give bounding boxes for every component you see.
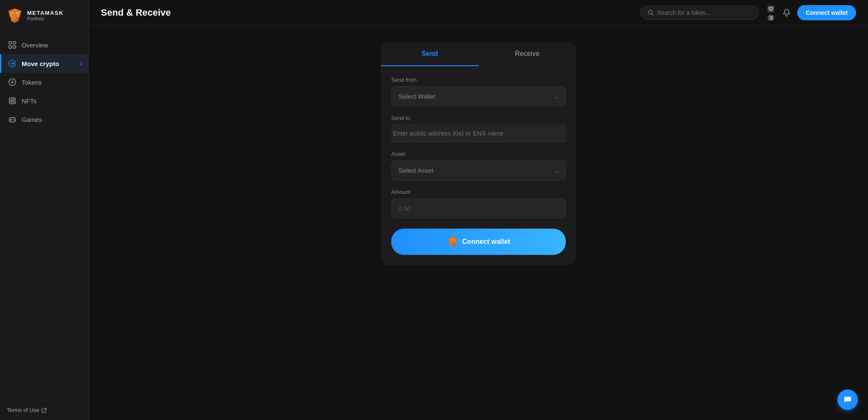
shield-badge-icon: 🛡 bbox=[766, 4, 776, 14]
chat-bubble[interactable] bbox=[837, 390, 858, 410]
svg-text:🛡: 🛡 bbox=[769, 7, 773, 11]
send-to-input[interactable] bbox=[391, 124, 566, 142]
search-icon bbox=[648, 9, 654, 16]
sidebar-item-overview[interactable]: Overview bbox=[0, 36, 89, 54]
fox-btn-icon bbox=[447, 236, 458, 247]
svg-rect-20 bbox=[13, 99, 14, 100]
terms-label: Terms of Use bbox=[7, 407, 39, 413]
svg-rect-22 bbox=[13, 101, 14, 102]
sidebar-nav: Overview Move crypto › Tokens bbox=[0, 31, 89, 400]
terms-link[interactable]: Terms of Use bbox=[7, 407, 82, 413]
sidebar-item-label-nfts: NFTs bbox=[22, 97, 36, 105]
badge-count: 3 bbox=[768, 15, 774, 21]
select-asset-dropdown[interactable]: Select Asset ⌵ bbox=[391, 160, 566, 180]
svg-point-24 bbox=[13, 119, 14, 120]
svg-rect-12 bbox=[9, 41, 11, 44]
amount-section: Amount bbox=[391, 189, 566, 218]
search-input[interactable] bbox=[657, 9, 752, 16]
asset-label: Asset bbox=[391, 151, 566, 157]
chat-icon bbox=[843, 395, 852, 404]
svg-point-8 bbox=[17, 13, 18, 15]
search-bar[interactable] bbox=[640, 6, 759, 20]
logo-text: METAMASK Portfolio bbox=[27, 10, 64, 21]
svg-point-35 bbox=[453, 240, 454, 241]
sidebar-footer: Terms of Use bbox=[0, 400, 89, 420]
svg-rect-15 bbox=[13, 46, 16, 48]
sidebar: METAMASK Portfolio Overview bbox=[0, 0, 89, 420]
games-icon bbox=[8, 115, 17, 124]
select-wallet-placeholder: Select Wallet bbox=[398, 93, 435, 100]
overview-icon bbox=[8, 41, 17, 49]
metamask-logo-icon bbox=[7, 8, 23, 24]
svg-point-36 bbox=[451, 240, 451, 241]
send-to-section: Send to bbox=[391, 115, 566, 142]
sidebar-item-tokens[interactable]: Tokens bbox=[0, 73, 89, 91]
asset-section: Asset Select Asset ⌵ bbox=[391, 151, 566, 180]
bell-icon[interactable] bbox=[782, 8, 791, 17]
tokens-icon bbox=[8, 78, 17, 86]
page-title: Send & Receive bbox=[101, 7, 171, 18]
sidebar-item-games[interactable]: Games bbox=[0, 110, 89, 129]
send-from-section: Send from Select Wallet ⌵ bbox=[391, 77, 566, 106]
send-receive-card: Send Receive Send from Select Wallet ⌵ S… bbox=[381, 42, 576, 265]
sidebar-item-move-crypto[interactable]: Move crypto › bbox=[0, 54, 89, 73]
connect-wallet-card-label: Connect wallet bbox=[462, 238, 510, 246]
sidebar-item-label-games: Games bbox=[22, 116, 42, 123]
chevron-down-icon: ⌵ bbox=[555, 93, 559, 100]
logo-sub: Portfolio bbox=[27, 16, 64, 21]
select-wallet-dropdown[interactable]: Select Wallet ⌵ bbox=[391, 86, 566, 106]
svg-point-9 bbox=[12, 13, 13, 15]
svg-rect-13 bbox=[13, 41, 16, 44]
main-content: Send & Receive 🛡 3 bbox=[89, 0, 868, 420]
amount-label: Amount bbox=[391, 189, 566, 195]
form-body: Send from Select Wallet ⌵ Send to Asset … bbox=[381, 66, 576, 218]
svg-rect-18 bbox=[9, 98, 15, 104]
chevron-right-icon: › bbox=[80, 61, 82, 67]
header-icons: 🛡 3 Connect wallet bbox=[766, 4, 856, 22]
svg-rect-14 bbox=[9, 46, 11, 48]
send-from-label: Send from bbox=[391, 77, 566, 83]
svg-point-25 bbox=[14, 120, 15, 121]
sidebar-item-label-tokens: Tokens bbox=[22, 79, 42, 86]
amount-input[interactable] bbox=[391, 199, 566, 218]
content-area: Send Receive Send from Select Wallet ⌵ S… bbox=[89, 25, 868, 420]
sidebar-item-label-move-crypto: Move crypto bbox=[22, 60, 59, 67]
connect-wallet-card-button[interactable]: Connect wallet bbox=[391, 229, 566, 255]
sidebar-item-nfts[interactable]: NFTs bbox=[0, 91, 89, 110]
svg-rect-21 bbox=[11, 101, 12, 102]
tab-send[interactable]: Send bbox=[381, 42, 479, 66]
svg-rect-19 bbox=[11, 99, 12, 100]
chevron-down-asset-icon: ⌵ bbox=[555, 167, 559, 174]
tab-row: Send Receive bbox=[381, 42, 576, 66]
logo-main: METAMASK bbox=[27, 10, 64, 16]
connect-wallet-header-button[interactable]: Connect wallet bbox=[797, 5, 856, 20]
logo-area: METAMASK Portfolio bbox=[0, 0, 89, 31]
tab-receive[interactable]: Receive bbox=[479, 42, 576, 66]
sidebar-item-label-overview: Overview bbox=[22, 41, 48, 49]
nfts-icon bbox=[8, 97, 17, 105]
header: Send & Receive 🛡 3 bbox=[89, 0, 868, 25]
select-asset-placeholder: Select Asset bbox=[398, 167, 434, 174]
external-link-icon bbox=[42, 408, 47, 413]
send-to-label: Send to bbox=[391, 115, 566, 121]
badge-icon[interactable]: 🛡 3 bbox=[766, 4, 776, 22]
move-crypto-icon bbox=[8, 59, 17, 68]
